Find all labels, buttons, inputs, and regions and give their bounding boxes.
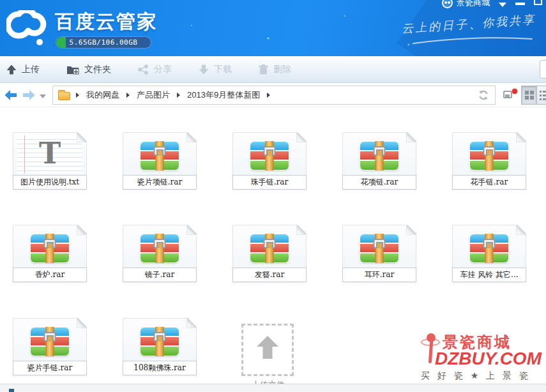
file-name: 瓷片项链.rar <box>123 175 197 190</box>
header-slogan: 云上的日子、你我共享 <box>382 12 536 38</box>
upload-dropzone[interactable] <box>241 324 294 376</box>
page-fold-icon <box>186 132 197 142</box>
new-folder-button[interactable]: 文件夹 <box>66 64 111 75</box>
back-button[interactable] <box>4 89 18 103</box>
file-name: 图片使用说明.txt <box>13 175 87 190</box>
account-menu[interactable]: 景瓷商城 <box>442 0 490 8</box>
refresh-icon <box>478 89 489 101</box>
file-card-rar[interactable]: 耳环.rar <box>342 225 416 282</box>
baidu-cloud-logo-icon <box>6 10 49 51</box>
file-name: 珠手链.rar <box>232 175 307 190</box>
watermark-store-name: 景瓷商城 <box>443 332 512 352</box>
rar-archive-icon <box>250 234 289 263</box>
page-fold-icon <box>516 225 526 235</box>
file-name: 发簪.rar <box>232 268 307 282</box>
file-grid: T 图片使用说明.txt 瓷片项链.rar 珠手链.rar <box>0 107 546 384</box>
storage-text: 5.65GB/106.00GB <box>70 38 138 47</box>
file-page <box>123 318 197 362</box>
file-page <box>342 225 416 269</box>
share-icon <box>138 64 149 75</box>
list-view-icon <box>540 91 546 100</box>
minimize-button[interactable] <box>515 1 525 5</box>
breadcrumb-item-root[interactable]: 我的网盘 <box>85 89 121 101</box>
account-bar: 景瓷商城 <box>442 0 542 10</box>
upload-button-label: 上传 <box>22 64 40 75</box>
search-box-cutoff[interactable] <box>540 60 546 79</box>
download-button-label: 下载 <box>214 64 232 75</box>
refresh-button[interactable] <box>471 86 496 105</box>
rar-archive-icon <box>30 234 70 263</box>
rar-archive-icon <box>140 234 179 263</box>
storage-progress-fill <box>56 37 66 48</box>
breadcrumb-separator-icon[interactable] <box>126 93 130 98</box>
list-view-button[interactable] <box>537 86 546 105</box>
status-bar <box>0 384 546 392</box>
slogan-underline-swoosh <box>412 36 533 47</box>
transfer-window-fill <box>505 94 510 98</box>
grid-view-icon <box>525 91 534 100</box>
rar-archive-icon <box>30 327 70 356</box>
share-button-label: 分享 <box>154 64 172 75</box>
navigation-row: 我的网盘 产品图片 2013年9月整体新图 <box>0 84 546 107</box>
breadcrumb-separator-icon[interactable] <box>76 93 79 98</box>
maximize-button[interactable] <box>534 0 542 5</box>
breadcrumb-separator-icon[interactable] <box>177 93 180 98</box>
watermark-domain: DZBUY.COM <box>435 349 542 369</box>
history-dropdown-caret[interactable] <box>40 94 46 98</box>
file-card-rar[interactable]: 瓷片项链.rar <box>123 132 197 190</box>
file-page <box>13 318 87 362</box>
file-page <box>232 132 307 176</box>
file-page: T <box>13 132 87 176</box>
page-fold-icon <box>77 225 87 235</box>
new-folder-button-label: 文件夹 <box>84 64 111 75</box>
file-card-txt[interactable]: T 图片使用说明.txt <box>13 132 87 190</box>
page-fold-icon <box>406 225 416 235</box>
file-card-rar[interactable]: 珠手链.rar <box>232 132 307 190</box>
file-card-rar[interactable]: 花手链.rar <box>452 132 526 190</box>
rar-archive-icon <box>469 141 509 170</box>
rar-archive-icon <box>250 141 289 170</box>
file-card-rar[interactable]: 108颗佛珠.rar <box>123 318 197 375</box>
file-name: 108颗佛珠.rar <box>123 361 197 375</box>
page-fold-icon <box>77 132 87 142</box>
file-card-rar[interactable]: 发簪.rar <box>232 225 307 282</box>
file-name: 耳环.rar <box>342 268 416 282</box>
page-fold-icon <box>296 225 307 235</box>
maximize-icon <box>534 0 542 5</box>
grid-view-button[interactable] <box>521 86 537 105</box>
rar-archive-icon <box>140 327 179 356</box>
share-button[interactable]: 分享 <box>138 64 172 75</box>
breadcrumb-item-folder[interactable]: 产品图片 <box>135 89 171 101</box>
app-title: 百度云管家 <box>55 9 157 35</box>
breadcrumb: 我的网盘 产品图片 2013年9月整体新图 <box>52 86 472 105</box>
breadcrumb-separator-icon[interactable] <box>267 93 270 98</box>
transfer-manager-button[interactable] <box>503 89 517 102</box>
file-page <box>452 132 526 176</box>
page-fold-icon <box>186 318 197 328</box>
forward-button[interactable] <box>22 89 36 103</box>
rar-archive-icon <box>469 234 509 263</box>
account-name: 景瓷商城 <box>457 0 490 8</box>
file-name: 车挂 风铃 其它... <box>452 268 526 282</box>
delete-button[interactable]: 删除 <box>259 64 291 75</box>
download-button[interactable]: 下载 <box>199 64 232 75</box>
storage-quota-pill[interactable]: 5.65GB/106.00GB <box>56 36 151 49</box>
file-card-rar[interactable]: 镜子.rar <box>123 225 197 282</box>
watermark-tagline: 买 好 瓷 ★ 上 景 瓷 <box>421 370 531 382</box>
chevron-down-icon <box>499 3 506 7</box>
file-card-rar[interactable]: 香炉.rar <box>13 225 87 282</box>
upload-button[interactable]: 上传 <box>6 64 40 75</box>
text-file-icon: T <box>17 135 82 174</box>
account-dropdown-button[interactable] <box>499 0 506 7</box>
folder-plus-icon <box>66 64 79 75</box>
file-card-rar[interactable]: 车挂 风铃 其它... <box>452 225 526 282</box>
back-arrow-icon <box>4 89 18 101</box>
file-page <box>452 225 526 269</box>
file-page <box>123 225 197 269</box>
file-page <box>342 132 416 176</box>
file-name: 花手链.rar <box>452 175 526 190</box>
breadcrumb-item-current[interactable]: 2013年9月整体新图 <box>186 89 261 101</box>
folder-icon <box>58 92 70 100</box>
file-card-rar[interactable]: 瓷片手链.rar <box>13 318 87 375</box>
file-card-rar[interactable]: 花项链.rar <box>342 132 416 190</box>
